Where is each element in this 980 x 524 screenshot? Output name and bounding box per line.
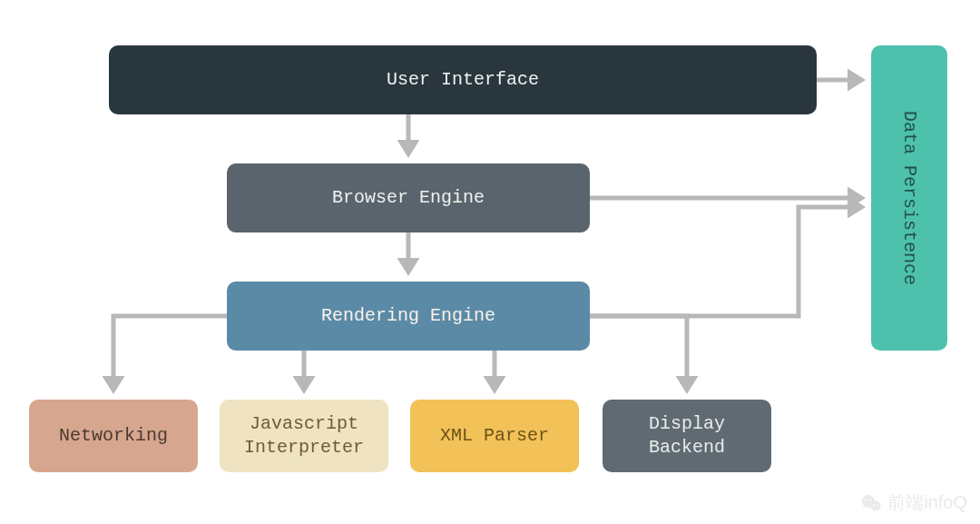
node-display-backend: DisplayBackend	[603, 400, 771, 472]
node-xml-parser: XML Parser	[410, 400, 579, 472]
node-label: Networking	[59, 424, 168, 448]
node-data-persistence: Data Persistence	[871, 45, 947, 351]
node-browser-engine: Browser Engine	[227, 163, 590, 232]
node-label: DisplayBackend	[649, 412, 725, 460]
svg-point-9	[870, 499, 872, 500]
wechat-icon	[860, 492, 882, 514]
node-label: XML Parser	[440, 424, 549, 448]
svg-point-11	[877, 504, 878, 506]
svg-point-10	[873, 504, 875, 506]
watermark-text: 前端infoQ	[887, 490, 967, 515]
node-label: Rendering Engine	[321, 304, 495, 328]
node-label: User Interface	[387, 68, 539, 92]
node-label: Browser Engine	[332, 186, 485, 210]
svg-point-8	[866, 499, 867, 500]
node-label: JavascriptInterpreter	[244, 412, 364, 460]
node-js-interpreter: JavascriptInterpreter	[220, 400, 388, 472]
node-user-interface: User Interface	[109, 45, 817, 114]
watermark: 前端infoQ	[860, 490, 967, 515]
svg-point-7	[871, 500, 881, 510]
node-networking: Networking	[29, 400, 198, 472]
node-label: Data Persistence	[897, 111, 921, 285]
node-rendering-engine: Rendering Engine	[227, 282, 590, 351]
